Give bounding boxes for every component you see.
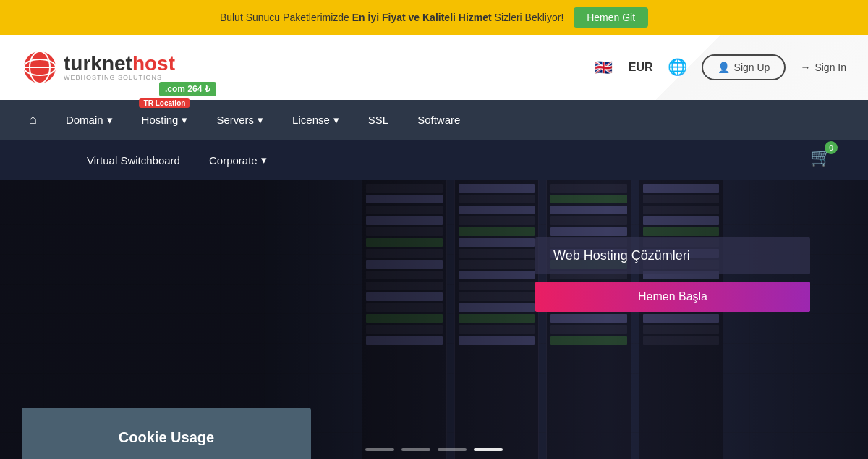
hero-section: Virtual Switchboard Corporate ▾ 🛒 0 (0, 140, 868, 459)
nav-item-hosting[interactable]: TR Location Hosting ▾ (127, 100, 203, 140)
logo-text: turknethost WEBHOSTING SOLUTIONS (64, 54, 175, 81)
banner-text-bold: En İyi Fiyat ve Kaliteli Hizmet (352, 12, 492, 23)
sign-up-button[interactable]: 👤 Sign Up (702, 54, 786, 80)
nav-servers-label: Servers (216, 114, 254, 126)
top-banner: Bulut Sunucu Paketlerimizde En İyi Fiyat… (0, 0, 868, 35)
globe-icon[interactable]: 🌐 (668, 58, 687, 77)
hero-dots (365, 448, 503, 451)
sign-in-button[interactable]: → Sign In (800, 62, 846, 73)
domain-badge[interactable]: .com 264 ₺ (159, 82, 216, 96)
nav-ssl-label: SSL (368, 114, 388, 126)
chevron-down-icon-license: ▾ (333, 114, 339, 127)
nav-software-label: Software (417, 114, 460, 126)
navbar: ⌂ Domain ▾ TR Location Hosting ▾ Servers… (0, 100, 868, 140)
cookie-banner: Cookie Usage We use cookies on our site … (22, 408, 311, 459)
subnav-virtual-switchboard[interactable]: Virtual Switchboard (72, 140, 195, 180)
subnav-virtual-switchboard-label: Virtual Switchboard (87, 154, 180, 167)
hero-content: Web Hosting Çözümleri Hemen Başla (535, 237, 810, 312)
chevron-down-icon-servers: ▾ (258, 114, 263, 127)
nav-item-servers[interactable]: Servers ▾ (202, 100, 278, 140)
home-icon: ⌂ (29, 112, 37, 127)
logo[interactable]: turknethost WEBHOSTING SOLUTIONS (22, 49, 175, 85)
nav-hosting-label: Hosting (142, 114, 179, 126)
nav-item-domain[interactable]: Domain ▾ (51, 100, 127, 140)
nav-license-label: License (292, 114, 330, 126)
sign-in-label: Sign In (814, 62, 846, 73)
sign-up-label: Sign Up (734, 62, 770, 73)
nav-item-software[interactable]: Software (403, 100, 475, 140)
flag-icon[interactable]: 🇬🇧 (594, 60, 614, 75)
logo-icon (22, 49, 58, 85)
logo-brand: turknethost (64, 54, 175, 74)
cart-icon[interactable]: 🛒 0 (810, 147, 832, 167)
chevron-down-icon: ▾ (107, 114, 113, 127)
banner-text-before: Bulut Sunucu Paketlerimizde (220, 12, 352, 23)
hemen-git-button[interactable]: Hemen Git (574, 7, 648, 28)
dot-3[interactable] (438, 448, 467, 451)
nav-item-ssl[interactable]: SSL (354, 100, 403, 140)
hero-text-1: Web Hosting Çözümleri (535, 237, 810, 274)
subnav-corporate[interactable]: Corporate ▾ (195, 140, 281, 180)
chevron-down-icon-corporate: ▾ (261, 153, 267, 167)
signin-icon: → (800, 62, 810, 73)
nav-home[interactable]: ⌂ (14, 100, 51, 140)
nav-domain-label: Domain (66, 114, 103, 126)
header-right: 🇬🇧 EUR 🌐 👤 Sign Up → Sign In (594, 54, 846, 80)
subnav: Virtual Switchboard Corporate ▾ 🛒 0 (0, 140, 868, 180)
header: turknethost WEBHOSTING SOLUTIONS .com 26… (0, 35, 868, 100)
subnav-corporate-label: Corporate (209, 154, 258, 167)
cart-area[interactable]: 🛒 0 (810, 147, 832, 167)
hero-text-1-value: Web Hosting Çözümleri (553, 248, 690, 263)
logo-sub: WEBHOSTING SOLUTIONS (64, 74, 175, 81)
currency[interactable]: EUR (629, 61, 653, 74)
cookie-title: Cookie Usage (43, 429, 289, 446)
cart-badge: 0 (825, 141, 838, 154)
person-icon: 👤 (718, 62, 730, 73)
banner-text: Bulut Sunucu Paketlerimizde En İyi Fiyat… (220, 12, 566, 23)
tr-location-badge: TR Location (140, 98, 190, 108)
chevron-down-icon-hosting: ▾ (182, 114, 187, 127)
dot-2[interactable] (401, 448, 430, 451)
dot-4[interactable] (474, 448, 503, 451)
banner-text-after: Sizleri Bekliyor! (495, 12, 564, 23)
nav-item-license[interactable]: License ▾ (278, 100, 354, 140)
dot-1[interactable] (365, 448, 394, 451)
hero-cta-button[interactable]: Hemen Başla (535, 282, 810, 312)
